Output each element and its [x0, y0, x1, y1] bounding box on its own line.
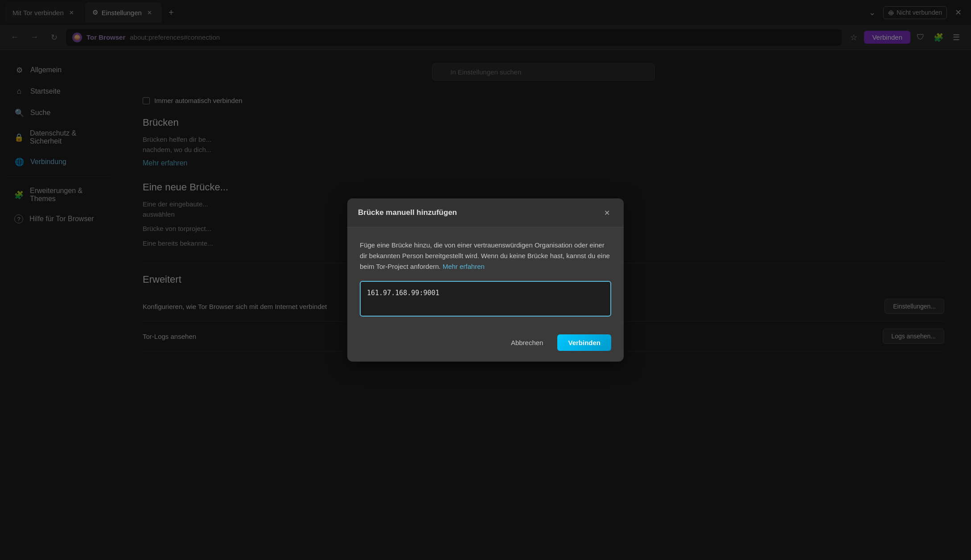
close-icon: ✕: [604, 209, 610, 217]
dialog-title: Brücke manuell hinzufügen: [358, 208, 457, 217]
bridge-input-field[interactable]: [360, 281, 611, 317]
dialog-body: Füge eine Brücke hinzu, die von einer ve…: [347, 227, 624, 327]
add-bridge-dialog: Brücke manuell hinzufügen ✕ Füge eine Br…: [347, 198, 624, 362]
dialog-mehr-erfahren-link[interactable]: Mehr erfahren: [443, 263, 485, 270]
cancel-button[interactable]: Abbrechen: [503, 334, 551, 351]
dialog-description: Füge eine Brücke hinzu, die von einer ve…: [360, 240, 611, 272]
dialog-overlay: Brücke manuell hinzufügen ✕ Füge eine Br…: [0, 0, 971, 560]
browser-window: Mit Tor verbinden ✕ ⚙ Einstellungen ✕ + …: [0, 0, 971, 560]
dialog-header: Brücke manuell hinzufügen ✕: [347, 198, 624, 227]
dialog-close-button[interactable]: ✕: [601, 206, 613, 219]
dialog-footer: Abbrechen Verbinden: [347, 327, 624, 362]
connect-button[interactable]: Verbinden: [557, 334, 611, 351]
